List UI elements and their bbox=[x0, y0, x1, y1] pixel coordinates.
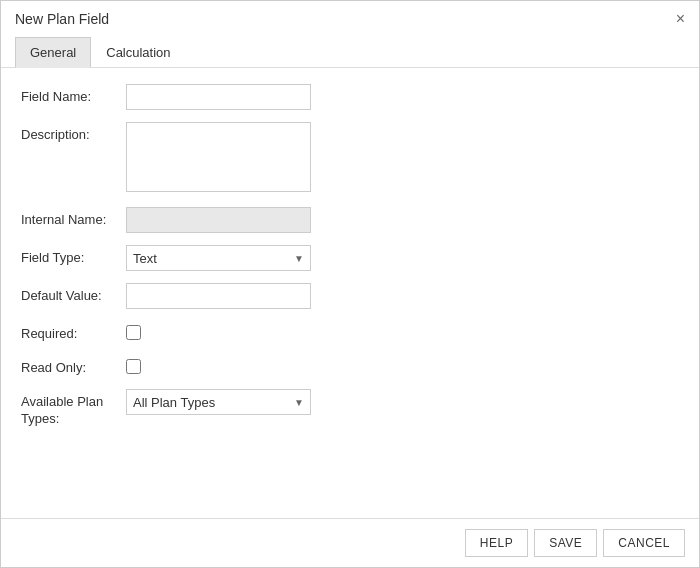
internal-name-label: Internal Name: bbox=[21, 207, 126, 227]
dialog-footer: HELP SAVE CANCEL bbox=[1, 518, 699, 567]
required-control bbox=[126, 321, 311, 343]
description-textarea[interactable] bbox=[126, 122, 311, 192]
required-label: Required: bbox=[21, 321, 126, 341]
default-value-control bbox=[126, 283, 311, 309]
field-type-label: Field Type: bbox=[21, 245, 126, 265]
required-row: Required: bbox=[21, 321, 679, 343]
field-type-select-wrapper: Text Number Date Boolean bbox=[126, 245, 311, 271]
tab-general[interactable]: General bbox=[15, 37, 91, 68]
available-plan-types-select-wrapper: All Plan Types Type A Type B bbox=[126, 389, 311, 415]
default-value-input[interactable] bbox=[126, 283, 311, 309]
dialog: New Plan Field × General Calculation Fie… bbox=[0, 0, 700, 568]
dialog-body: Field Name: Description: Internal Name: … bbox=[1, 68, 699, 518]
read-only-control bbox=[126, 355, 311, 377]
field-name-input[interactable] bbox=[126, 84, 311, 110]
read-only-row: Read Only: bbox=[21, 355, 679, 377]
read-only-label: Read Only: bbox=[21, 355, 126, 375]
dialog-title: New Plan Field bbox=[15, 11, 109, 27]
available-plan-types-control: All Plan Types Type A Type B bbox=[126, 389, 311, 415]
field-type-row: Field Type: Text Number Date Boolean bbox=[21, 245, 679, 271]
field-name-label: Field Name: bbox=[21, 84, 126, 104]
dialog-header: New Plan Field × bbox=[1, 1, 699, 35]
field-type-select[interactable]: Text Number Date Boolean bbox=[126, 245, 311, 271]
available-plan-types-select[interactable]: All Plan Types Type A Type B bbox=[126, 389, 311, 415]
read-only-checkbox[interactable] bbox=[126, 359, 141, 374]
tabs-container: General Calculation bbox=[1, 37, 699, 68]
help-button[interactable]: HELP bbox=[465, 529, 528, 557]
cancel-button[interactable]: CANCEL bbox=[603, 529, 685, 557]
available-plan-types-row: Available Plan Types: All Plan Types Typ… bbox=[21, 389, 679, 428]
save-button[interactable]: SAVE bbox=[534, 529, 597, 557]
available-plan-types-label: Available Plan Types: bbox=[21, 389, 126, 428]
required-checkbox[interactable] bbox=[126, 325, 141, 340]
field-type-control: Text Number Date Boolean bbox=[126, 245, 311, 271]
internal-name-control bbox=[126, 207, 311, 233]
internal-name-input[interactable] bbox=[126, 207, 311, 233]
default-value-row: Default Value: bbox=[21, 283, 679, 309]
field-name-control bbox=[126, 84, 311, 110]
description-row: Description: bbox=[21, 122, 679, 195]
internal-name-row: Internal Name: bbox=[21, 207, 679, 233]
description-control bbox=[126, 122, 311, 195]
close-button[interactable]: × bbox=[676, 11, 685, 27]
field-name-row: Field Name: bbox=[21, 84, 679, 110]
default-value-label: Default Value: bbox=[21, 283, 126, 303]
description-label: Description: bbox=[21, 122, 126, 142]
tab-calculation[interactable]: Calculation bbox=[91, 37, 185, 68]
